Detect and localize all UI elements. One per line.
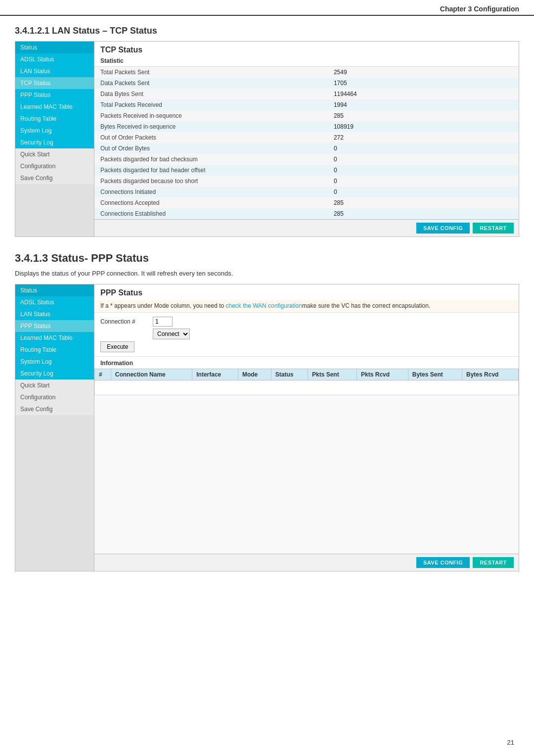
ppp-main-content: PPP Status If a * appears under Mode col… bbox=[94, 284, 519, 571]
section1-heading: 3.4.1.2.1 LAN Status – TCP Status bbox=[0, 16, 534, 41]
ppp-empty-area bbox=[94, 395, 519, 554]
section2-heading: 3.4.1.3 Status- PPP Status bbox=[0, 237, 534, 270]
sidebar2-item-4[interactable]: Learned MAC Table bbox=[15, 332, 94, 344]
tcp-stats-row: Packets disgarded for bad header offset0 bbox=[94, 165, 519, 176]
sidebar1-item-0[interactable]: Status bbox=[15, 42, 94, 53]
wan-config-link[interactable]: check the WAN configuration bbox=[226, 302, 302, 309]
tcp-stats-row: Connections Accepted285 bbox=[94, 197, 519, 208]
ppp-table: #Connection NameInterfaceModeStatusPkts … bbox=[94, 369, 519, 395]
sidebar1-item-4[interactable]: PPP Status bbox=[15, 89, 94, 101]
tcp-main-content: TCP Status Statistic Total Packets Sent2… bbox=[94, 42, 519, 236]
sidebar1-item-1[interactable]: ADSL Status bbox=[15, 53, 94, 65]
sidebar2-item-1[interactable]: ADSL Status bbox=[15, 296, 94, 308]
sidebar1-item-6[interactable]: Routing Table bbox=[15, 113, 94, 125]
chapter-title: Chapter 3 Configuration bbox=[440, 5, 519, 13]
page-number: 21 bbox=[507, 739, 514, 746]
tcp-stats-row: Data Packets Sent1705 bbox=[94, 78, 519, 89]
tcp-stats-row: Connections Established285 bbox=[94, 208, 519, 219]
tcp-stats-row: Out of Order Packets272 bbox=[94, 132, 519, 143]
tcp-stats-table: Total Packets Sent2549Data Packets Sent1… bbox=[94, 67, 519, 219]
tcp-subtitle: Statistic bbox=[94, 56, 519, 67]
sidebar-2: StatusADSL StatusLAN StatusPPP StatusLea… bbox=[15, 284, 94, 571]
ppp-header-row: #Connection NameInterfaceModeStatusPkts … bbox=[95, 369, 519, 380]
sidebar2-item-2[interactable]: LAN Status bbox=[15, 308, 94, 320]
chapter-header: Chapter 3 Configuration bbox=[0, 0, 534, 16]
save-config-button-1[interactable]: SAVE CONFIG bbox=[416, 223, 470, 234]
ppp-warning: If a * appears under Mode column, you ne… bbox=[94, 299, 519, 313]
connection-number-input[interactable] bbox=[153, 317, 173, 327]
restart-button-2[interactable]: RESTART bbox=[473, 557, 514, 568]
tcp-stats-row: Out of Order Bytes0 bbox=[94, 143, 519, 154]
ppp-tbody bbox=[95, 380, 519, 395]
sidebar2-item-8[interactable]: Quick Start bbox=[15, 379, 94, 391]
sidebar1-item-5[interactable]: Learned MAC Table bbox=[15, 101, 94, 113]
restart-button-1[interactable]: RESTART bbox=[473, 223, 514, 234]
tcp-stats-row: Total Packets Received1994 bbox=[94, 99, 519, 110]
sidebar1-item-2[interactable]: LAN Status bbox=[15, 65, 94, 77]
tcp-panel-footer: SAVE CONFIG RESTART bbox=[94, 219, 519, 236]
tcp-stats-row: Packets Received in-sequence285 bbox=[94, 110, 519, 121]
tcp-stats-row: Bytes Received in-sequence108919 bbox=[94, 121, 519, 132]
ppp-title: PPP Status bbox=[94, 284, 519, 299]
connection-row: Connection # bbox=[100, 317, 513, 327]
tcp-stats-row: Packets disgarded because too short0 bbox=[94, 176, 519, 187]
connect-select[interactable]: Connect bbox=[153, 329, 190, 339]
sidebar1-item-8[interactable]: Security Log bbox=[15, 137, 94, 148]
tcp-stats-row: Packets disgarded for bad checksum0 bbox=[94, 154, 519, 165]
connection-form: Connection # Connect Execute bbox=[94, 313, 519, 357]
sidebar-1: StatusADSL StatusLAN StatusTCP StatusPPP… bbox=[15, 42, 94, 236]
ppp-empty-row bbox=[95, 380, 519, 395]
save-config-button-2[interactable]: SAVE CONFIG bbox=[416, 557, 470, 568]
sidebar1-item-7[interactable]: System Log bbox=[15, 125, 94, 137]
sidebar1-item-10[interactable]: Configuration bbox=[15, 160, 94, 172]
tcp-stats-row: Total Packets Sent2549 bbox=[94, 67, 519, 78]
sidebar2-item-7[interactable]: Security Log bbox=[15, 368, 94, 379]
connection-label: Connection # bbox=[100, 318, 150, 325]
tcp-stats-row: Data Bytes Sent1194464 bbox=[94, 89, 519, 99]
sidebar2-item-0[interactable]: Status bbox=[15, 284, 94, 296]
info-title: Information bbox=[94, 357, 519, 369]
tcp-stats-row: Connections Initiated0 bbox=[94, 187, 519, 197]
sidebar1-item-11[interactable]: Save Config bbox=[15, 172, 94, 184]
sidebar2-item-6[interactable]: System Log bbox=[15, 356, 94, 368]
ppp-status-panel: StatusADSL StatusLAN StatusPPP StatusLea… bbox=[15, 284, 519, 571]
tcp-title: TCP Status bbox=[94, 42, 519, 56]
sidebar1-item-3[interactable]: TCP Status bbox=[15, 77, 94, 89]
sidebar2-item-10[interactable]: Save Config bbox=[15, 403, 94, 415]
execute-button[interactable]: Execute bbox=[100, 341, 134, 352]
sidebar1-item-9[interactable]: Quick Start bbox=[15, 148, 94, 160]
sidebar2-item-3[interactable]: PPP Status bbox=[15, 320, 94, 332]
section2-desc: Displays the status of your PPP connecti… bbox=[0, 270, 534, 284]
connect-row: Connect bbox=[100, 329, 513, 339]
ppp-panel-footer: SAVE CONFIG RESTART bbox=[94, 554, 519, 571]
sidebar2-item-9[interactable]: Configuration bbox=[15, 391, 94, 403]
sidebar2-item-5[interactable]: Routing Table bbox=[15, 344, 94, 356]
tcp-status-panel: StatusADSL StatusLAN StatusTCP StatusPPP… bbox=[15, 41, 519, 237]
